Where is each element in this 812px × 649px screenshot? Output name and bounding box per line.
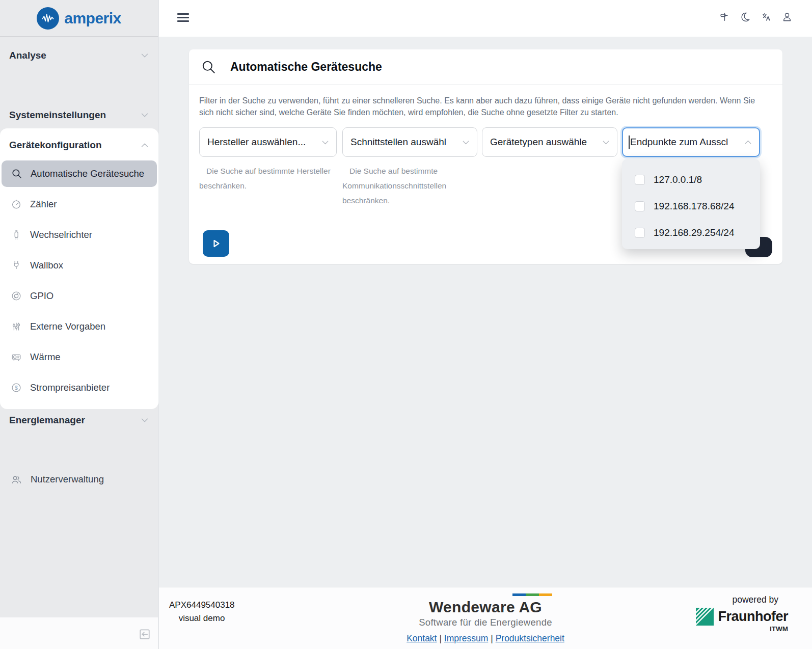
- section-label: Systemeinstellungen: [9, 110, 106, 121]
- endpunkte-dropdown-panel: 127.0.0.1/8 192.168.178.68/24 192.168.29…: [622, 159, 760, 249]
- sidebar-item-automatische-geraetesuche[interactable]: Automatische Gerätesuche: [2, 160, 157, 187]
- sidebar-item-externe-vorgaben[interactable]: Externe Vorgaben: [0, 311, 158, 342]
- link-kontakt[interactable]: Kontakt: [407, 633, 437, 643]
- chevron-down-icon: [601, 138, 611, 147]
- option-label: 127.0.0.1/8: [654, 174, 702, 185]
- filter-helper-text: Die Suche auf bestimmte Kommunikationssc…: [342, 164, 477, 208]
- checkbox[interactable]: [635, 201, 645, 211]
- main-content: Automatische Gerätesuche Filter in der S…: [159, 37, 812, 587]
- sidebar-section-analyse[interactable]: Analyse: [0, 47, 158, 64]
- sidebar-item-waerme[interactable]: Wärme: [0, 342, 158, 372]
- meter-icon: [11, 199, 22, 210]
- fraunhofer-mark-icon: [696, 608, 714, 626]
- filter-hersteller: Hersteller auswählen... Die Suche auf be…: [199, 127, 337, 193]
- sliders-icon: [11, 321, 22, 332]
- sidebar-item-zaehler[interactable]: Zähler: [0, 189, 158, 220]
- hamburger-icon: [177, 13, 189, 15]
- link-produktsicherheit[interactable]: Produktsicherheit: [496, 633, 564, 643]
- sidebar-item-strompreisanbieter[interactable]: $ Strompreisanbieter: [0, 372, 158, 403]
- checkbox[interactable]: [635, 228, 645, 238]
- schnittstellen-select[interactable]: Schnittstellen auswähl: [342, 127, 477, 157]
- arrow-left-box-icon: [138, 627, 152, 641]
- sidebar-section-geraetekonfiguration[interactable]: Gerätekonfiguration: [0, 137, 158, 154]
- translate-icon[interactable]: [761, 11, 772, 22]
- page-footer: APX6449540318 visual demo Wendeware AG S…: [159, 587, 812, 649]
- link-separator: |: [439, 633, 442, 643]
- inverter-icon: [11, 229, 22, 240]
- powered-by-text: powered by: [733, 594, 778, 605]
- select-placeholder: Gerätetypen auswähle: [490, 137, 587, 148]
- menu-toggle-button[interactable]: [177, 13, 189, 24]
- users-icon: [11, 474, 22, 485]
- sidebar-item-wechselrichter[interactable]: Wechselrichter: [0, 220, 158, 250]
- text-cursor: [629, 136, 630, 149]
- company-tagline: Software für die Energiewende: [419, 617, 552, 628]
- sidebar-item-label: Strompreisanbieter: [30, 382, 110, 393]
- footer-links: Kontakt | Impressum | Produktsicherheit: [159, 633, 812, 644]
- chevron-down-icon: [320, 138, 330, 147]
- select-placeholder: Hersteller auswählen...: [207, 137, 306, 148]
- section-label: Energiemanager: [9, 415, 85, 426]
- top-bar: [159, 0, 812, 37]
- endpunkte-select[interactable]: Endpunkte zum Ausscl: [622, 127, 760, 157]
- sidebar-footer: [0, 617, 158, 649]
- topbar-actions: [719, 11, 793, 22]
- chevron-down-icon: [140, 110, 150, 120]
- section-label: Gerätekonfiguration: [9, 140, 102, 151]
- sidebar-item-gpio[interactable]: GPIO: [0, 281, 158, 311]
- sidebar-item-label: Nutzerverwaltung: [31, 474, 104, 485]
- play-icon: [209, 237, 223, 250]
- dollar-circle-icon: $: [11, 382, 22, 393]
- search-icon: [11, 168, 22, 179]
- option-label: 192.168.178.68/24: [654, 201, 735, 212]
- sidebar-item-label: Wallbox: [30, 260, 63, 271]
- filter-endpunkte: Endpunkte zum Ausscl: [622, 127, 760, 157]
- filter-helper-text: Die Suche auf bestimmte Hersteller besch…: [199, 164, 337, 193]
- sidebar-section-systemeinstellungen[interactable]: Systemeinstellungen: [0, 106, 158, 124]
- sync-icon: [11, 290, 22, 302]
- collapse-sidebar-button[interactable]: [138, 627, 152, 641]
- hamburger-icon: [177, 20, 189, 22]
- start-search-button[interactable]: [203, 230, 229, 257]
- sidebar-item-label: Automatische Gerätesuche: [31, 168, 144, 179]
- link-impressum[interactable]: Impressum: [444, 633, 489, 643]
- fraunhofer-unit: ITWM: [770, 625, 788, 633]
- chevron-up-icon: [743, 138, 753, 147]
- chevron-up-icon: [140, 140, 150, 150]
- sidebar-item-label: Wärme: [30, 351, 61, 363]
- search-icon: [201, 60, 216, 75]
- filter-schnittstellen: Schnittstellen auswähl Die Suche auf bes…: [342, 127, 477, 208]
- card-header: Automatische Gerätesuche: [189, 49, 782, 85]
- chevron-down-icon: [140, 415, 150, 425]
- sidebar-item-wallbox[interactable]: Wallbox: [0, 250, 158, 281]
- user-icon[interactable]: [781, 11, 793, 22]
- link-separator: |: [491, 633, 493, 643]
- endpoint-option[interactable]: 192.168.29.254/24: [622, 220, 760, 246]
- sidebar: amperix Analyse Systemeinstellungen Gerä…: [0, 0, 158, 649]
- moon-icon[interactable]: [740, 11, 751, 22]
- sidebar-item-nutzerverwaltung[interactable]: Nutzerverwaltung: [0, 466, 158, 493]
- chevron-down-icon: [140, 50, 150, 61]
- company-name: Wendeware AG: [419, 599, 552, 616]
- sidebar-group-geraetekonfiguration: Gerätekonfiguration Automatische Gerätes…: [0, 128, 158, 409]
- brand-name: amperix: [64, 10, 121, 27]
- amperix-logo-icon: [37, 7, 59, 30]
- app-logo: amperix: [0, 0, 158, 37]
- select-placeholder: Endpunkte zum Ausscl: [630, 137, 728, 148]
- plug-icon: [11, 260, 22, 271]
- checkbox[interactable]: [635, 175, 645, 185]
- sidebar-section-energiemanager[interactable]: Energiemanager: [0, 412, 158, 429]
- endpoint-option[interactable]: 127.0.0.1/8: [622, 167, 760, 193]
- heater-icon: [11, 351, 22, 363]
- sidebar-item-label: Externe Vorgaben: [30, 321, 105, 332]
- hersteller-select[interactable]: Hersteller auswählen...: [199, 127, 337, 157]
- search-description: Filter in der Suche zu verwenden, führt …: [199, 95, 761, 118]
- signpost-icon[interactable]: [719, 11, 730, 22]
- device-search-card: Automatische Gerätesuche Filter in der S…: [189, 49, 782, 264]
- endpoint-option[interactable]: 192.168.178.68/24: [622, 193, 760, 220]
- option-label: 192.168.29.254/24: [654, 227, 735, 238]
- geraetetypen-select[interactable]: Gerätetypen auswähle: [482, 127, 617, 157]
- sidebar-item-label: Zähler: [30, 199, 57, 210]
- section-label: Analyse: [9, 50, 46, 61]
- fraunhofer-logo: Fraunhofer ITWM: [696, 608, 788, 633]
